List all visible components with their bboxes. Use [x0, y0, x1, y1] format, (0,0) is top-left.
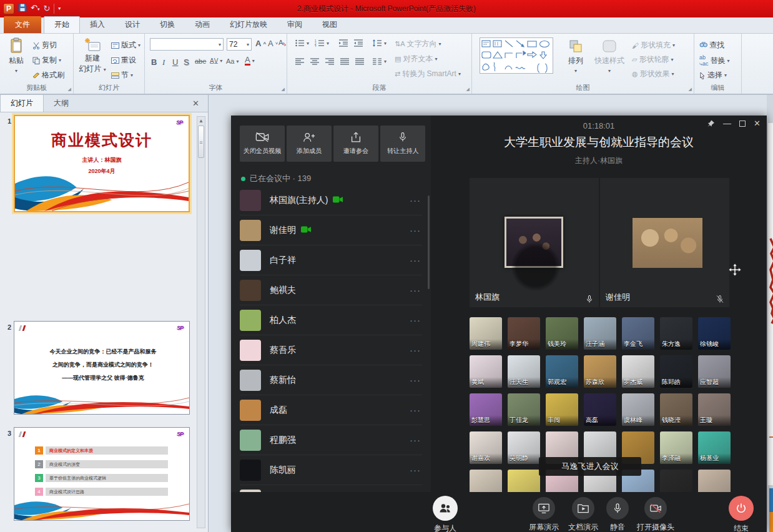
strikethrough-button[interactable]: abe [195, 57, 206, 65]
participant-more-icon[interactable]: ··· [410, 195, 421, 205]
copy-button[interactable]: 复制▾ [32, 55, 61, 66]
grid-video-tile[interactable] [660, 470, 692, 493]
participant-more-icon[interactable]: ··· [410, 255, 421, 265]
tab-slides[interactable]: 幻灯片 [0, 95, 44, 112]
participant-more-icon[interactable]: ··· [410, 345, 421, 355]
grid-video-tile[interactable]: 虞林峰 [622, 393, 654, 426]
doc-share-button[interactable]: 文档演示 [568, 497, 598, 532]
grid-video-tile[interactable]: 彭慧思 [470, 393, 502, 426]
participant-row[interactable]: 鲍祺夫··· [240, 275, 422, 305]
maximize-icon[interactable] [739, 121, 746, 127]
grid-video-tile[interactable]: 丰闯 [546, 393, 578, 426]
bold-button[interactable]: B [151, 57, 157, 67]
align-left-button[interactable] [295, 57, 305, 65]
italic-button[interactable]: I [162, 57, 165, 67]
grid-video-tile[interactable]: 陈郅皓 [660, 355, 692, 388]
grid-video-tile[interactable]: 徐铫峻 [698, 317, 731, 350]
distribute-button[interactable] [355, 57, 365, 65]
pin-icon[interactable] [707, 119, 715, 128]
participant-more-icon[interactable]: ··· [410, 375, 421, 385]
underline-button[interactable]: U [172, 57, 178, 67]
shape-outline-button[interactable]: ▱形状轮廓▾ [632, 54, 673, 65]
grid-video-tile[interactable]: 应智超 [698, 355, 731, 388]
font-size-combo[interactable]: 72▾ [227, 38, 252, 51]
clipboard-dialog-launcher[interactable]: ◢ [68, 87, 71, 92]
arrange-button[interactable]: 排列▾ [563, 39, 588, 74]
font-name-combo[interactable]: ▾ [150, 38, 224, 51]
participant-row[interactable]: 谢佳明··· [240, 215, 422, 245]
decrease-indent-button[interactable] [338, 39, 348, 47]
columns-button[interactable]: ▾ [372, 57, 386, 65]
ribbon-tab-切换[interactable]: 切换 [150, 17, 185, 33]
grid-video-tile[interactable]: 李泽融 [660, 431, 692, 464]
grid-video-tile[interactable]: 高磊 [584, 393, 616, 426]
screen-share-button[interactable]: 屏幕演示 [529, 497, 559, 532]
bullets-button[interactable]: ▾ [295, 39, 309, 47]
text-direction-button[interactable]: ⇅A文字方向▾ [395, 39, 441, 49]
grid-video-tile[interactable]: 罗杰威 [622, 355, 654, 388]
participant-row[interactable]: 柏人杰··· [240, 305, 422, 335]
panel-close-icon[interactable]: ✕ [192, 99, 199, 108]
format-painter-button[interactable]: 格式刷 [32, 70, 64, 81]
grid-video-tile[interactable]: 谢嘉欢 [470, 431, 502, 464]
grid-video-tile[interactable] [508, 470, 540, 493]
drawing-dialog-launcher[interactable]: ◢ [689, 87, 692, 92]
increase-indent-button[interactable] [353, 39, 363, 47]
minimize-icon[interactable]: — [723, 119, 731, 128]
reset-button[interactable]: 重设 [111, 55, 136, 66]
grid-video-tile[interactable] [470, 470, 502, 493]
participant-row[interactable]: 林国旗(主持人)··· [240, 185, 422, 215]
grid-video-tile[interactable]: 李金飞 [622, 317, 654, 350]
participant-row[interactable]: 程鹏强··· [240, 425, 422, 455]
grid-video-tile[interactable]: 郭观宏 [546, 355, 578, 388]
participant-list-scrollbar[interactable] [428, 195, 430, 289]
justify-button[interactable] [340, 57, 350, 65]
grid-video-tile[interactable]: 汪天生 [508, 355, 540, 388]
participant-more-icon[interactable]: ··· [410, 435, 421, 445]
find-button[interactable]: 查找 [699, 40, 724, 51]
paste-button[interactable]: 粘贴▾ [4, 37, 29, 74]
ribbon-tab-文件[interactable]: 文件 [4, 16, 41, 33]
participant-row[interactable]: 成磊··· [240, 395, 422, 425]
participant-row[interactable]: 蔡新怡··· [240, 365, 422, 395]
participant-row[interactable]: 蔡吾乐··· [240, 335, 422, 365]
clear-formatting-button[interactable]: A [278, 39, 287, 46]
grid-video-tile[interactable]: 周建伟 [470, 317, 502, 350]
ribbon-tab-开始[interactable]: 开始 [44, 16, 80, 33]
replace-button[interactable]: ab⤷ac替换▾ [699, 54, 730, 67]
grid-video-tile[interactable]: 吴明静 [508, 431, 540, 464]
grid-video-tile[interactable] [698, 470, 731, 493]
grid-video-tile[interactable]: 钱美玲 [546, 317, 578, 350]
participant-more-icon[interactable]: ··· [410, 315, 421, 325]
invite-button[interactable]: 邀请参会 [333, 126, 378, 162]
grid-video-tile[interactable]: 苏森欣 [584, 355, 616, 388]
shape-effects-button[interactable]: ◍形状效果▾ [632, 69, 674, 79]
participants-button[interactable]: 参与人 [433, 496, 458, 532]
grid-video-tile[interactable]: 丁佳龙 [508, 393, 540, 426]
align-center-button[interactable] [310, 57, 320, 65]
ribbon-tab-审阅[interactable]: 审阅 [277, 17, 312, 33]
participant-more-icon[interactable]: ··· [410, 465, 421, 475]
slide-thumb-3[interactable]: SP 1商业模式的定义和本质2商业模式的演变3基于价值主张的商业模式逻辑4商业模… [14, 427, 190, 521]
slide-thumb-2[interactable]: SP 今天企业之间的竞争：已经不是产品和服务之间的竞争，而是商业模式之间的竞争！… [14, 321, 190, 415]
close-icon[interactable]: ✕ [754, 119, 761, 128]
add-member-button[interactable]: 添加成员 [287, 126, 332, 162]
participant-more-icon[interactable]: ··· [410, 225, 421, 235]
grid-video-tile[interactable]: 杨基业 [698, 431, 731, 464]
video-tile-guest[interactable]: 谢佳明 [600, 178, 729, 307]
end-meeting-button[interactable]: 结束 [729, 496, 754, 532]
decrease-font-button[interactable]: A˅ [268, 39, 278, 48]
mute-button[interactable]: 静音 [606, 497, 629, 532]
ribbon-tab-幻灯片放映[interactable]: 幻灯片放映 [220, 17, 277, 33]
cut-button[interactable]: 剪切 [32, 40, 57, 51]
close-all-video-button[interactable]: 关闭全员视频 [240, 126, 285, 162]
smartart-button[interactable]: ⇄转换为 SmartArt▾ [395, 69, 461, 79]
participant-row[interactable]: 白子祥··· [240, 245, 422, 275]
open-camera-button[interactable]: 打开摄像头 [637, 497, 674, 532]
shadow-button[interactable]: S [184, 57, 189, 67]
tab-outline[interactable]: 大纲 [44, 95, 79, 112]
ribbon-tab-设计[interactable]: 设计 [115, 17, 150, 33]
grid-video-tile[interactable]: 朱方逸 [660, 317, 692, 350]
line-spacing-button[interactable]: ▾ [372, 39, 386, 47]
grid-video-tile[interactable]: 黄斌 [470, 355, 502, 388]
